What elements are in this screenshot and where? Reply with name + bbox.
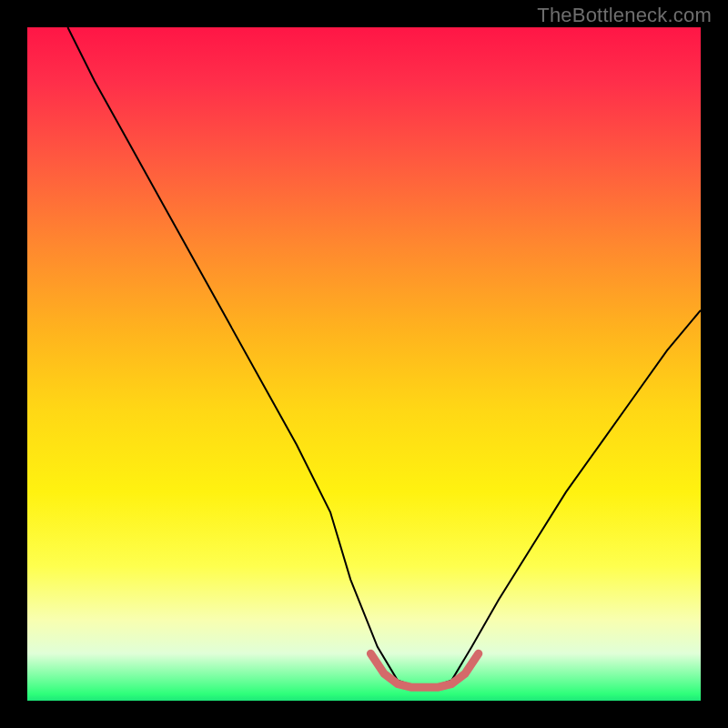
sweet-spot-band xyxy=(370,653,478,687)
watermark-text: TheBottleneck.com xyxy=(537,4,712,27)
plot-area xyxy=(27,27,701,701)
bottleneck-curve xyxy=(67,27,701,687)
curve-svg xyxy=(27,27,701,701)
chart-frame: TheBottleneck.com xyxy=(0,0,728,728)
